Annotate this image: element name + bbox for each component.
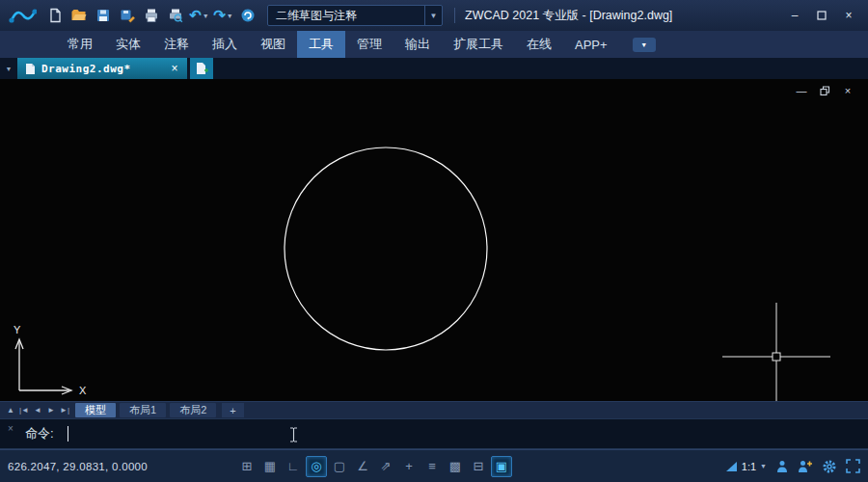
redo-dropdown-arrow[interactable]: ▼ [227,13,233,19]
plot-preview-button[interactable] [163,5,187,26]
annotation-visibility-button[interactable] [775,460,789,473]
drawing-window-controls: — × [795,85,854,96]
dynamic-input-toggle[interactable]: + [398,456,420,477]
new-drawing-tab-button[interactable] [190,58,213,79]
ribbon-tab-app-plus[interactable]: APP+ [563,31,619,58]
lineweight-toggle[interactable]: ≡ [421,456,443,477]
ribbon-tab-express[interactable]: 扩展工具 [442,31,515,58]
fullscreen-icon [846,459,860,473]
transparency-toggle[interactable]: ▩ [445,456,466,477]
save-as-icon [120,8,135,23]
auto-annotation-button[interactable] [798,460,813,473]
object-snap-settings-toggle[interactable]: ▢ [329,456,350,477]
annotation-scale-control[interactable]: 1:1 ▼ [725,461,767,472]
ortho-toggle[interactable]: ∟ [283,456,304,477]
annotation-visibility-icon [775,460,789,473]
auto-annotation-icon [798,460,813,473]
drawing-canvas[interactable]: Y X — × [0,79,868,401]
save-icon [95,8,111,23]
ribbon-tab-bar: 常用 实体 注释 插入 视图 工具 管理 输出 扩展工具 在线 APP+ ▼ [0,31,868,58]
maximize-button[interactable] [808,5,835,26]
title-bar: ↶ ▼ ↷ ▼ 二维草图与注释 ▼ ZWCAD 2021 专业版 - [Draw… [0,0,868,31]
undo-dropdown-arrow[interactable]: ▼ [203,13,209,19]
ribbon-tab-common[interactable]: 常用 [56,31,104,58]
object-snap-tracking-toggle[interactable]: ⇗ [375,456,396,477]
maximize-icon [817,11,827,20]
document-tab-label: Drawing2.dwg* [41,63,158,75]
restore-icon [820,86,830,96]
ribbon-tab-online[interactable]: 在线 [515,31,563,58]
chevron-down-icon[interactable]: ▼ [424,6,442,25]
annotation-scale-icon [725,461,738,472]
drawing-close-button[interactable]: × [841,85,854,96]
save-button[interactable] [91,5,115,26]
layout-nav-prev-icon[interactable]: ◄ [31,406,44,415]
ribbon-tab-annotate[interactable]: 注释 [152,31,201,58]
drawing-restore-button[interactable] [818,85,831,96]
drawing-content: Y X [0,79,868,401]
new-file-button[interactable] [42,5,67,26]
status-toggles: ⊞ ▦ ∟ ◎ ▢ ∠ ⇗ + ≡ ▩ ⊟ ▣ [236,456,512,477]
grid-toggle[interactable]: ▦ [259,456,281,477]
layout-expand-icon[interactable]: ▲ [4,406,17,415]
layout-nav-next-icon[interactable]: ► [44,406,58,415]
gear-icon [822,459,837,474]
refresh-button[interactable] [235,5,259,26]
close-button[interactable]: × [835,5,862,26]
mouse-text-cursor-icon [289,427,298,442]
minimize-button[interactable]: – [781,5,808,26]
workspace-selector[interactable]: 二维草图与注释 ▼ [267,5,443,26]
ribbon-tab-solid[interactable]: 实体 [104,31,152,58]
command-close-icon[interactable]: × [8,423,14,434]
layout-nav-first-icon[interactable]: |◄ [17,406,31,415]
circle-entity[interactable] [285,147,487,350]
command-line[interactable]: × 命令: [0,418,868,449]
add-layout-button[interactable]: + [222,403,243,417]
save-as-button[interactable] [115,5,139,26]
command-caret [68,426,68,442]
polar-tracking-toggle[interactable]: ∠ [352,456,373,477]
object-snap-toggle[interactable]: ◎ [306,456,327,477]
print-icon [144,8,159,23]
refresh-icon [240,8,256,23]
document-tab-close-icon[interactable]: × [168,62,181,75]
print-button[interactable] [139,5,163,26]
drawing-minimize-button[interactable]: — [795,85,808,96]
layout-tab-layout2[interactable]: 布局2 [170,403,216,417]
ribbon-tab-manage[interactable]: 管理 [345,31,393,58]
layout-nav-last-icon[interactable]: ►| [58,406,71,415]
command-prompt: 命令: [25,425,54,442]
scale-dropdown-icon[interactable]: ▼ [760,463,767,469]
ribbon-tab-tools[interactable]: 工具 [297,31,345,58]
ribbon-tab-insert[interactable]: 插入 [201,31,249,58]
titlebar-divider [454,8,455,23]
annotation-scale-value: 1:1 [742,461,756,472]
ribbon-tab-view[interactable]: 视图 [249,31,297,58]
status-bar: 626.2047, 29.0831, 0.0000 ⊞ ▦ ∟ ◎ ▢ ∠ ⇗ … [0,449,868,482]
undo-button[interactable]: ↶ ▼ [187,5,211,26]
new-drawing-icon [196,62,208,75]
layout-tab-bar: ▲ |◄ ◄ ► ►| 模型 布局1 布局2 + [0,401,868,418]
ucs-icon [15,339,71,394]
new-file-icon [47,8,63,23]
open-file-button[interactable] [67,5,91,26]
crosshair-cursor [722,303,830,401]
annotation-monitor-toggle[interactable]: ▣ [491,456,512,477]
ribbon-tab-output[interactable]: 输出 [393,31,442,58]
fullscreen-button[interactable] [846,459,860,473]
selection-cycling-toggle[interactable]: ⊟ [468,456,489,477]
layout-tab-layout1[interactable]: 布局1 [120,403,166,417]
snap-toggle[interactable]: ⊞ [236,456,258,477]
workspace-selector-value: 二维草图与注释 [268,8,424,24]
ribbon-collapse-button[interactable]: ▼ [633,38,656,52]
layout-tab-model[interactable]: 模型 [75,403,116,417]
status-right-group: 1:1 ▼ [725,459,860,474]
open-folder-icon [70,8,87,23]
redo-button[interactable]: ↷ ▼ [211,5,235,26]
redo-icon: ↷ [213,7,226,24]
undo-icon: ↶ [189,7,202,24]
document-tab-active[interactable]: Drawing2.dwg* × [17,58,187,79]
settings-button[interactable] [822,459,837,474]
coordinate-readout: 626.2047, 29.0831, 0.0000 [8,461,148,472]
doc-tab-menu-arrow[interactable]: ▼ [0,58,17,79]
